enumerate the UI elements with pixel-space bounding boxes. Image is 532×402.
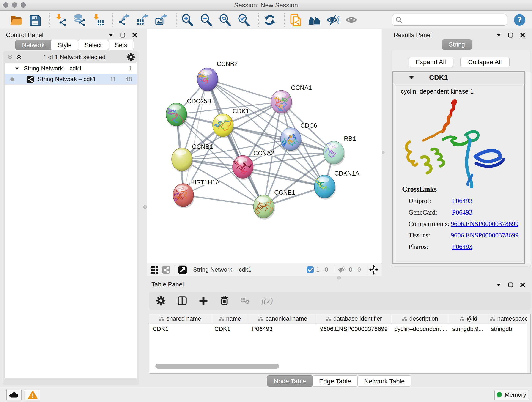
crosslink-link[interactable]: 9606.ENSP00000378699	[451, 220, 519, 228]
collapse-all-button[interactable]: Collapse All	[460, 57, 510, 67]
crosslink-link[interactable]: 9606.ENSP00000378699	[451, 231, 519, 239]
node-RB1[interactable]: RB1	[323, 135, 356, 166]
table-cell[interactable]: stringdb:9...	[449, 324, 488, 334]
table-toolbar: f(x)	[149, 292, 531, 310]
table-cell[interactable]: stringdb	[488, 324, 530, 334]
cloud-status-button[interactable]	[6, 390, 22, 400]
selected-checkbox-icon[interactable]	[307, 266, 314, 274]
show-all-icon[interactable]	[346, 14, 358, 26]
string-network-graph[interactable]: CCNB2 CCNA1 CDC25B CDK1 CDC6 RB1 CCNB1	[147, 29, 382, 263]
column-header-id[interactable]: @id	[449, 314, 488, 324]
export-image-icon[interactable]	[155, 14, 168, 26]
add-column-icon[interactable]	[199, 296, 208, 306]
grid-view-icon[interactable]	[150, 265, 158, 274]
search-box[interactable]	[392, 14, 507, 26]
results-panel-close-button[interactable]	[520, 32, 526, 38]
node-CCNB2[interactable]: CCNB2	[197, 61, 238, 92]
open-session-icon[interactable]	[10, 14, 22, 26]
zoom-selected-icon[interactable]	[238, 14, 250, 26]
control-panel-float-button[interactable]	[120, 32, 126, 38]
control-panel-collapse-button[interactable]	[108, 32, 114, 38]
node-table[interactable]: shared name name canonical name database…	[149, 313, 531, 374]
node-CCNA1[interactable]: CCNA1	[271, 84, 312, 115]
expand-all-networks-icon[interactable]	[16, 54, 22, 60]
search-input[interactable]	[405, 17, 507, 24]
export-network-icon[interactable]	[118, 14, 130, 26]
table-horizontal-scrollbar[interactable]	[155, 364, 279, 369]
horizontal-splitter-handle[interactable]	[337, 276, 341, 279]
edge-CCNB2-CCNE1[interactable]	[208, 79, 264, 206]
network-collection-row[interactable]: String Network – cdk1 1	[5, 63, 137, 74]
show-columns-icon[interactable]	[177, 296, 187, 306]
save-session-icon[interactable]	[28, 14, 41, 26]
tab-network[interactable]: Network	[15, 40, 51, 50]
node-HIST1H1A[interactable]: HIST1H1A	[173, 179, 220, 208]
collapse-all-networks-icon[interactable]	[7, 54, 13, 60]
import-network-file-icon[interactable]	[54, 14, 67, 26]
zoom-in-icon[interactable]	[181, 14, 194, 26]
column-header-description[interactable]: description	[391, 314, 449, 324]
crosslink-link[interactable]: P06493	[452, 209, 472, 216]
tab-node-table[interactable]: Node Table	[267, 375, 313, 387]
crosslink-link[interactable]: P06493	[452, 243, 472, 250]
edge-CCNB2-HIST1H1A[interactable]	[183, 79, 208, 195]
table-cell[interactable]: cyclin–dependent ...	[391, 324, 449, 334]
vertical-splitter-handle[interactable]	[143, 205, 147, 209]
column-header-name[interactable]: name	[211, 314, 249, 324]
results-scrollbar[interactable]	[526, 72, 530, 263]
zoom-out-icon[interactable]	[200, 14, 212, 26]
network-share-icon[interactable]	[162, 265, 171, 274]
hidden-eye-icon[interactable]	[338, 266, 347, 274]
minimize-window-button[interactable]	[12, 2, 17, 7]
memory-button[interactable]: Memory	[494, 390, 528, 400]
column-header-namespace[interactable]: namespace	[488, 314, 530, 324]
import-table-icon[interactable]	[92, 14, 104, 26]
results-panel-collapse-button[interactable]	[496, 32, 502, 38]
tab-network-table[interactable]: Network Table	[357, 375, 411, 387]
collection-expand-triangle-icon[interactable]	[15, 67, 19, 70]
column-header-databaseidentifier[interactable]: database identifier	[317, 314, 391, 324]
control-panel-close-button[interactable]	[132, 32, 138, 38]
warnings-button[interactable]	[25, 390, 40, 400]
table-cell[interactable]: CDK1	[211, 324, 249, 334]
tab-style[interactable]: Style	[51, 40, 78, 50]
apply-layout-icon[interactable]	[264, 14, 276, 26]
node-CCNE1[interactable]: CCNE1	[253, 189, 295, 220]
network-canvas[interactable]: CCNB2 CCNA1 CDC25B CDK1 CDC6 RB1 CCNB1	[147, 29, 382, 263]
gene-collapse-triangle-icon[interactable]	[409, 76, 414, 79]
node-CDKN1A[interactable]: CDKN1A	[314, 170, 360, 200]
network-row[interactable]: String Network – cdk1 11 48	[5, 74, 137, 85]
column-header-canonicalname[interactable]: canonical name	[249, 314, 317, 324]
tab-select[interactable]: Select	[78, 40, 108, 50]
close-window-button[interactable]	[3, 2, 8, 7]
network-options-gear-icon[interactable]	[127, 53, 135, 61]
help-button[interactable]: ?	[514, 14, 526, 26]
expand-all-button[interactable]: Expand All	[409, 57, 453, 67]
results-panel-float-button[interactable]	[508, 32, 514, 38]
export-table-icon[interactable]	[137, 14, 149, 26]
table-panel-close-button[interactable]	[520, 282, 526, 288]
delete-column-icon[interactable]	[220, 296, 229, 306]
tab-edge-table[interactable]: Edge Table	[312, 375, 358, 387]
table-row[interactable]: CDK1CDK1P064939606.ENSP00000378699cyclin…	[149, 324, 530, 334]
birdseye-toggle-icon[interactable]	[369, 265, 379, 274]
column-header-sharedname[interactable]: shared name	[149, 314, 211, 324]
table-cell[interactable]: 9606.ENSP00000378699	[317, 324, 391, 334]
tab-sets[interactable]: Sets	[108, 40, 134, 50]
zoom-fit-icon[interactable]	[219, 14, 231, 26]
crosslink-link[interactable]: P06493	[452, 197, 472, 205]
tab-string[interactable]: String	[442, 39, 472, 50]
hide-selected-icon[interactable]	[327, 14, 339, 26]
table-cell[interactable]: P06493	[249, 324, 317, 334]
table-options-gear-icon[interactable]	[156, 296, 166, 306]
table-panel-collapse-button[interactable]	[496, 282, 502, 288]
edge-HIST1H1A-CCNE1[interactable]	[183, 195, 264, 206]
birdseye-icon[interactable]	[308, 14, 321, 26]
zoom-window-button[interactable]	[21, 2, 26, 7]
table-vertical-scrollbar[interactable]	[527, 314, 530, 373]
import-network-database-icon[interactable]	[73, 14, 85, 26]
duplicate-network-icon[interactable]	[289, 14, 302, 26]
table-panel-float-button[interactable]	[508, 282, 514, 288]
detach-view-icon[interactable]	[178, 265, 187, 274]
table-cell[interactable]: CDK1	[149, 324, 211, 334]
